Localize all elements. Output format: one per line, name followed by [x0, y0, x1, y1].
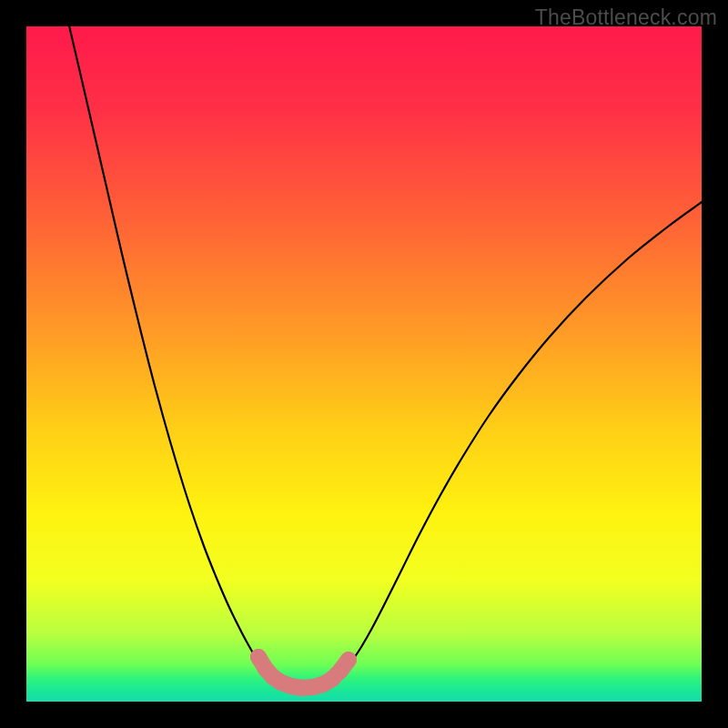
marker-dot	[340, 652, 357, 668]
plot-area	[26, 26, 702, 702]
chart-frame: TheBottleneck.com	[0, 0, 728, 728]
watermark-text: TheBottleneck.com	[535, 5, 717, 30]
gradient-background	[26, 26, 702, 702]
bottleneck-chart-svg	[26, 26, 702, 702]
